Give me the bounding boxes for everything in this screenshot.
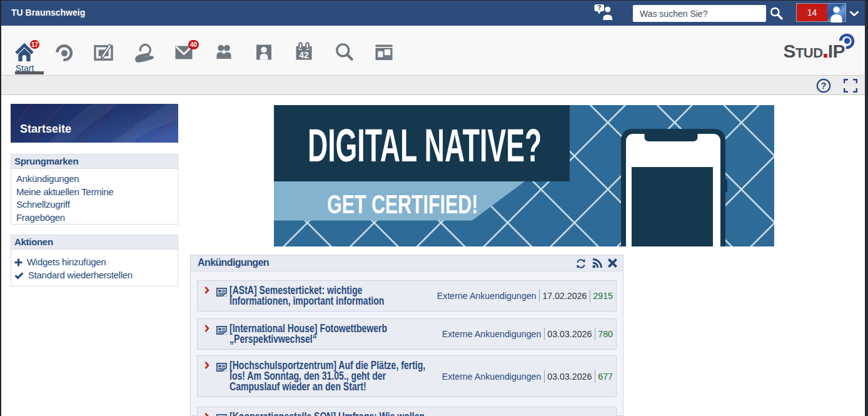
svg-text:GET CERTIFIED!: GET CERTIFIED! xyxy=(327,190,478,219)
svg-text:?: ? xyxy=(597,4,601,11)
svg-text:42: 42 xyxy=(299,50,309,60)
svg-text:Startseite: Startseite xyxy=(20,123,71,135)
svg-text:?: ? xyxy=(821,81,827,91)
svg-text:DIGITAL NATIVE?: DIGITAL NATIVE? xyxy=(308,119,542,171)
